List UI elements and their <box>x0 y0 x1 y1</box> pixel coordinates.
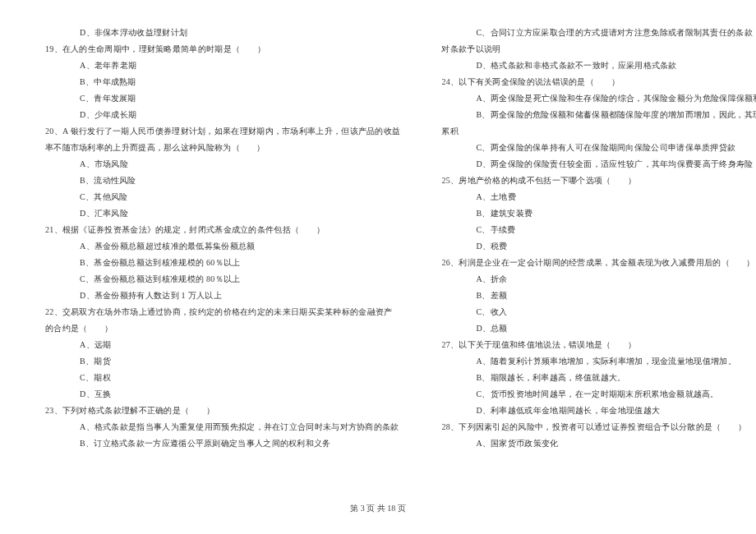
option-23c-line2: 对条款予以说明 <box>441 41 756 58</box>
question-28: 28、下列因素引起的风险中，投资者可以通过证券投资组合予以分散的是（ ） <box>441 419 756 435</box>
option-24c: C、两全保险的保单持有人可在保险期间向保险公司申请保单质押贷款 <box>441 140 756 156</box>
option-18d: D、非保本浮动收益理财计划 <box>45 25 400 41</box>
option-23b: B、订立格式条款一方应遵循公平原则确定当事人之间的权利和义务 <box>45 435 400 452</box>
option-22b: B、期货 <box>45 353 400 370</box>
option-19b: B、中年成熟期 <box>45 74 400 90</box>
question-25: 25、房地产价格的构成不包括一下哪个选项（ ） <box>441 173 756 189</box>
document-page: D、非保本浮动收益理财计划 19、在人的生命周期中，理财策略最简单的时期是（ ）… <box>0 0 756 534</box>
option-22a: A、远期 <box>45 337 400 353</box>
option-19a: A、老年养老期 <box>45 58 400 74</box>
option-20b: B、流动性风险 <box>45 173 400 189</box>
option-26b: B、差额 <box>441 288 756 304</box>
option-21d: D、基金份额持有人数达到 1 万人以上 <box>45 288 400 304</box>
question-23: 23、下列对格式条款理解不正确的是（ ） <box>45 403 400 419</box>
option-24b-line2: 累积 <box>441 123 756 140</box>
left-column: D、非保本浮动收益理财计划 19、在人的生命周期中，理财策略最简单的时期是（ ）… <box>33 25 421 518</box>
option-22c: C、期权 <box>45 370 400 386</box>
option-26d: D、总额 <box>441 320 756 337</box>
question-24: 24、以下有关两全保险的说法错误的是（ ） <box>441 74 756 90</box>
option-28a: A、国家货币政策变化 <box>441 435 756 452</box>
option-24b-line1: B、两全保险的危险保额和储蓄保额都随保险年度的增加而增加，因此，其现金价值也逐渐 <box>441 107 756 123</box>
option-25c: C、手续费 <box>441 222 756 238</box>
option-27c: C、货币投资地时间越早，在一定时期期末所积累地金额就越高。 <box>441 386 756 403</box>
option-20a: A、市场风险 <box>45 156 400 173</box>
option-27d: D、利率越低或年金地期间越长，年金地现值越大 <box>441 403 756 419</box>
option-25d: D、税费 <box>441 238 756 255</box>
option-25a: A、土地费 <box>441 189 756 205</box>
option-27a: A、随着复利计算频率地增加，实际利率增加，现金流量地现值增加。 <box>441 353 756 370</box>
option-26a: A、折余 <box>441 271 756 288</box>
option-23d: D、格式条款和非格式条款不一致时，应采用格式条款 <box>441 58 756 74</box>
question-19: 19、在人的生命周期中，理财策略最简单的时期是（ ） <box>45 41 400 58</box>
option-23a: A、格式条款是指当事人为重复使用而预先拟定，并在订立合同时未与对方协商的条款 <box>45 419 400 435</box>
option-23c-line1: C、合同订立方应采取合理的方式提请对方注意免除或者限制其责任的条款，按对方要求， <box>441 25 756 41</box>
option-19d: D、少年成长期 <box>45 107 400 123</box>
option-21c: C、基金份额总额达到核准规模的 80％以上 <box>45 271 400 288</box>
option-27b: B、期限越长，利率越高，终值就越大。 <box>441 370 756 386</box>
option-20c: C、其他风险 <box>45 189 400 205</box>
question-20-line2: 率不随市场利率的上升而提高，那么这种风险称为（ ） <box>45 140 400 156</box>
question-27: 27、以下关于现值和终值地说法，错误地是（ ） <box>441 337 756 353</box>
option-24d: D、两全保险的保险责任较全面，适应性较广，其年均保费要高于终身寿险 <box>441 156 756 173</box>
option-22d: D、互换 <box>45 386 400 403</box>
option-26c: C、收入 <box>441 304 756 320</box>
option-19c: C、青年发展期 <box>45 90 400 107</box>
option-25b: B、建筑安装费 <box>441 205 756 222</box>
option-20d: D、汇率风险 <box>45 205 400 222</box>
question-20-line1: 20、A 银行发行了一期人民币债券理财计划，如果在理财期内，市场利率上升，但该产… <box>45 123 400 140</box>
question-22-line2: 的合约是（ ） <box>45 320 400 337</box>
option-24a: A、两全保险是死亡保险和生存保险的综合，其保险金额分为危险保障保额和储蓄保额 <box>441 90 756 107</box>
page-footer: 第 3 页 共 18 页 <box>0 503 756 514</box>
right-column: C、合同订立方应采取合理的方式提请对方注意免除或者限制其责任的条款，按对方要求，… <box>421 25 756 518</box>
question-22-line1: 22、交易双方在场外市场上通过协商，按约定的价格在约定的未来日期买卖某种标的金融… <box>45 304 400 320</box>
question-21: 21、根据《证券投资基金法》的规定，封闭式基金成立的条件包括（ ） <box>45 222 400 238</box>
option-21a: A、基金份额总额超过核准的最低募集份额总额 <box>45 238 400 255</box>
question-26: 26、利润是企业在一定会计期间的经营成果，其金额表现为收入减费用后的（ ） <box>441 255 756 271</box>
option-21b: B、基金份额总额达到核准规模的 60％以上 <box>45 255 400 271</box>
